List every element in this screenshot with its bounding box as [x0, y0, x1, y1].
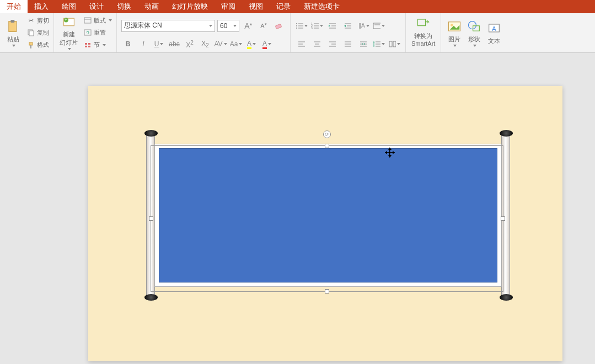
group-font: 思源宋体 CN 60 A▴ A▾ B I U abc X2 X2 AV Aa A…	[117, 13, 291, 52]
align-right-icon	[328, 40, 337, 48]
tab-start[interactable]: 开始	[0, 0, 28, 13]
distribute-button[interactable]	[357, 38, 370, 50]
columns-button[interactable]	[388, 38, 401, 50]
tab-insert[interactable]: 插入	[28, 0, 55, 13]
tab-draw[interactable]: 绘图	[55, 0, 83, 13]
svg-point-17	[296, 23, 297, 24]
char-spacing-button[interactable]: AV	[214, 38, 227, 50]
svg-rect-63	[389, 41, 392, 47]
strikethrough-button[interactable]: abc	[168, 38, 181, 50]
change-case-button[interactable]: Aa	[229, 38, 243, 50]
decrease-indent-button[interactable]	[326, 20, 339, 32]
columns-icon	[388, 40, 396, 48]
scroll-cap-icon	[144, 130, 158, 137]
case-icon: Aa	[230, 40, 238, 48]
section-button[interactable]: 节	[82, 40, 113, 51]
smartart-button[interactable]: 转换为 SmartArt	[409, 14, 437, 48]
bold-button[interactable]: B	[121, 38, 135, 50]
format-painter-button[interactable]: 格式	[25, 40, 50, 51]
text-direction-button[interactable]: ‖A	[357, 20, 370, 32]
svg-rect-0	[9, 21, 17, 32]
char-spacing-icon: AV	[214, 40, 222, 48]
copy-button[interactable]: 复制	[25, 27, 50, 38]
line-spacing-button[interactable]	[372, 38, 385, 50]
svg-point-21	[296, 28, 297, 29]
cut-button[interactable]: ✂剪切	[25, 15, 50, 26]
numbering-button[interactable]: 123	[310, 20, 324, 32]
scroll-cap-icon	[500, 130, 513, 137]
font-color-button[interactable]: A	[260, 38, 274, 50]
svg-text:+: +	[65, 17, 67, 23]
new-slide-dropdown-icon	[68, 48, 71, 50]
outdent-icon	[328, 22, 337, 30]
scissors-icon: ✂	[26, 16, 35, 25]
tab-record[interactable]: 记录	[270, 0, 297, 13]
tab-slideshow[interactable]: 幻灯片放映	[165, 0, 215, 13]
underline-button[interactable]: U	[152, 38, 165, 50]
align-center-button[interactable]	[310, 38, 324, 50]
clear-format-button[interactable]	[272, 20, 286, 32]
subscript-button[interactable]: X2	[199, 38, 212, 50]
decrease-font-button[interactable]: A▾	[257, 20, 270, 32]
font-size-select[interactable]: 60	[217, 20, 239, 32]
svg-point-69	[469, 21, 476, 29]
bullets-icon	[296, 22, 303, 30]
font-name-select[interactable]: 思源宋体 CN	[121, 20, 215, 32]
svg-rect-11	[84, 30, 91, 35]
copy-icon	[26, 28, 35, 37]
tab-view[interactable]: 视图	[242, 0, 270, 13]
shape-icon	[467, 19, 482, 34]
align-right-button[interactable]	[326, 38, 339, 50]
reset-button[interactable]: 重置	[82, 27, 113, 38]
slide[interactable]: ⟳	[88, 86, 562, 361]
paste-button[interactable]: 粘贴	[3, 14, 23, 51]
svg-marker-34	[344, 25, 346, 27]
layout-button[interactable]: 版式	[82, 15, 113, 26]
shape-button[interactable]: 形状	[464, 14, 484, 51]
tab-animation[interactable]: 动画	[138, 0, 165, 13]
paste-label: 粘贴	[7, 35, 19, 44]
tab-review[interactable]: 审阅	[215, 0, 242, 13]
picture-button[interactable]: 图片	[444, 14, 464, 51]
subscript-icon: X2	[201, 40, 209, 48]
smartart-icon	[416, 15, 431, 31]
layout-icon	[83, 16, 92, 25]
superscript-button[interactable]: X2	[183, 38, 196, 50]
bullets-button[interactable]	[295, 20, 308, 32]
slide-canvas[interactable]: ⟳	[0, 53, 595, 364]
justify-icon	[344, 40, 352, 48]
align-left-button[interactable]	[295, 38, 308, 50]
svg-rect-9	[84, 18, 91, 23]
tab-design[interactable]: 设计	[83, 0, 110, 13]
distribute-icon	[359, 40, 368, 48]
underline-icon: U	[154, 40, 159, 48]
scroll-rod-left	[146, 133, 155, 298]
decrease-font-icon: A▾	[260, 22, 266, 29]
paste-dropdown-icon	[12, 45, 15, 47]
group-smartart: 转换为 SmartArt	[406, 13, 441, 52]
italic-button[interactable]: I	[137, 38, 150, 50]
group-clipboard: 粘贴 ✂剪切 复制 格式	[0, 13, 54, 52]
tab-transition[interactable]: 切换	[110, 0, 138, 13]
justify-button[interactable]	[341, 38, 355, 50]
svg-rect-15	[88, 46, 90, 47]
shape-label: 形状	[468, 35, 480, 44]
new-slide-label: 新建 幻灯片	[60, 30, 78, 47]
smartart-label: 转换为 SmartArt	[411, 32, 435, 47]
increase-font-button[interactable]: A▴	[242, 20, 255, 32]
scroll-rod-right	[501, 133, 510, 298]
new-slide-button[interactable]: + 新建 幻灯片	[57, 14, 80, 51]
scroll-shape[interactable]	[143, 133, 513, 298]
svg-rect-3	[29, 31, 34, 36]
group-paragraph: 123 ‖A	[291, 13, 406, 52]
textbox-button[interactable]: A 文本	[484, 14, 504, 51]
tab-newtab[interactable]: 新建选项卡	[297, 0, 346, 13]
svg-text:A: A	[492, 25, 497, 32]
italic-icon: I	[142, 40, 144, 48]
increase-indent-button[interactable]	[341, 20, 355, 32]
align-text-button[interactable]	[372, 20, 385, 32]
highlight-button[interactable]: A	[245, 38, 258, 50]
numbering-icon: 123	[311, 22, 319, 30]
superscript-icon: X2	[186, 40, 194, 49]
font-color-icon: A	[262, 40, 267, 49]
